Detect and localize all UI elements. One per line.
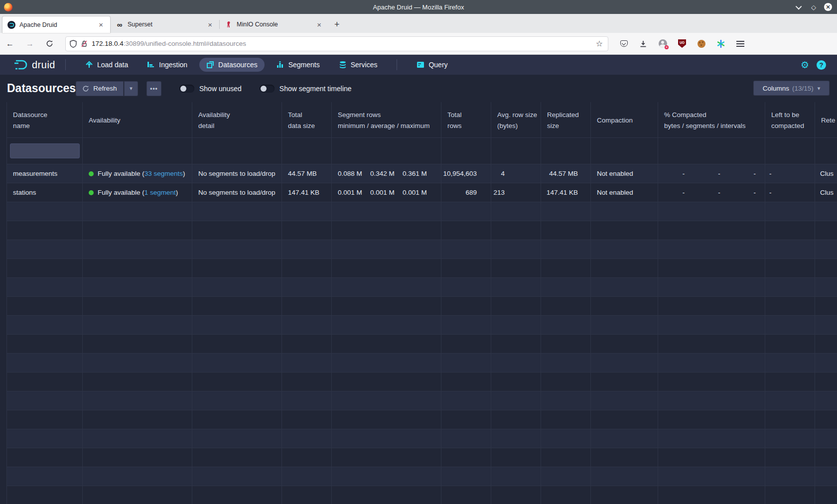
window-title: Apache Druid — Mozilla Firefox xyxy=(0,3,837,11)
left-to-compact-cell: - xyxy=(765,183,815,202)
nav-datasources[interactable]: Datasources xyxy=(199,58,265,72)
maximize-icon[interactable]: ◇ xyxy=(810,3,818,11)
col-header-total-data-size[interactable]: Totaldata size xyxy=(282,102,332,137)
columns-button[interactable]: Columns (13/15) ▾ xyxy=(753,81,830,96)
nav-ingestion[interactable]: Ingestion xyxy=(140,58,194,72)
cookie-icon[interactable] xyxy=(697,39,706,48)
ublock-origin-icon[interactable]: UO xyxy=(678,39,687,48)
show-unused-label: Show unused xyxy=(199,85,242,93)
back-icon[interactable]: ← xyxy=(0,39,20,48)
empty-row xyxy=(7,354,837,373)
menu-hamburger-icon[interactable] xyxy=(736,39,745,48)
page-title: Datasources xyxy=(7,82,76,95)
col-header-compaction[interactable]: Compaction xyxy=(591,102,658,137)
ingestion-icon xyxy=(147,61,155,69)
pct-compacted-cell: --- xyxy=(658,183,765,202)
table-header-row: Datasourcename Availability Availability… xyxy=(7,102,837,138)
segments-link[interactable]: 33 segments xyxy=(144,170,183,177)
datasource-name-cell[interactable]: stations xyxy=(7,183,83,202)
tab-apache-druid[interactable]: Apache Druid × xyxy=(2,16,111,33)
col-header-left-to-be-compacted[interactable]: Left to becompacted xyxy=(765,102,815,137)
segment-rows-cell: 0.088 M0.342 M0.361 M xyxy=(332,164,441,183)
browser-toolbar: ← → 172.18.0.4:30899/unified-console.htm… xyxy=(0,33,837,55)
tab-superset[interactable]: ∞ Superset × xyxy=(111,16,219,33)
nav-load-data[interactable]: Load data xyxy=(78,58,135,72)
col-header-segment-rows[interactable]: Segment rowsminimum / average / maximum xyxy=(332,102,441,137)
fully-available-dot-icon xyxy=(89,171,94,176)
empty-row xyxy=(7,278,837,297)
col-header-availability[interactable]: Availability xyxy=(83,102,192,137)
total-data-size-cell: 44.57 MB xyxy=(282,164,332,183)
col-header-pct-compacted[interactable]: % Compactedbytes / segments / intervals xyxy=(658,102,765,137)
segments-link[interactable]: 1 segment xyxy=(144,189,176,196)
tab-minio-console[interactable]: MinIO Console × xyxy=(220,16,328,33)
query-icon xyxy=(417,61,424,69)
close-tab-icon[interactable]: × xyxy=(315,20,323,29)
compaction-cell: Not enabled xyxy=(591,183,658,202)
minio-favicon-icon xyxy=(225,20,233,28)
pct-compacted-cell: --- xyxy=(658,164,765,183)
help-icon[interactable]: ? xyxy=(817,60,826,70)
lock-disabled-icon[interactable] xyxy=(81,40,88,48)
left-to-compact-cell: - xyxy=(765,164,815,183)
total-data-size-cell: 147.41 KB xyxy=(282,183,332,202)
compaction-cell: Not enabled xyxy=(591,164,658,183)
table-filter-row xyxy=(7,138,837,164)
minimize-icon[interactable] xyxy=(795,3,803,11)
show-segment-timeline-toggle[interactable] xyxy=(260,85,275,93)
col-header-datasource-name[interactable]: Datasourcename xyxy=(7,102,83,137)
col-header-total-rows[interactable]: Totalrows xyxy=(441,102,491,137)
avg-row-size-cell: 4 xyxy=(491,164,541,183)
account-disabled-icon[interactable]: ✕ xyxy=(658,39,667,48)
more-actions-button[interactable]: ••• xyxy=(146,81,161,96)
availability-cell: Fully available (1 segment) xyxy=(83,183,192,202)
nav-query[interactable]: Query xyxy=(410,58,454,72)
new-tab-button[interactable]: + xyxy=(328,19,346,33)
empty-row xyxy=(7,335,837,354)
downloads-icon[interactable] xyxy=(639,39,648,48)
replicated-size-cell: 147.41 KB xyxy=(541,183,591,202)
datasource-filter-input[interactable] xyxy=(10,143,80,158)
forward-icon[interactable]: → xyxy=(20,39,40,48)
retention-cell[interactable]: Clus xyxy=(815,164,837,183)
pocket-icon[interactable] xyxy=(619,39,628,48)
extension-sparkle-icon[interactable] xyxy=(716,39,725,48)
col-header-availability-detail[interactable]: Availabilitydetail xyxy=(192,102,282,137)
show-segment-timeline-label: Show segment timeline xyxy=(279,85,352,93)
close-tab-icon[interactable]: × xyxy=(97,20,105,29)
show-unused-toggle[interactable] xyxy=(179,85,194,93)
availability-cell: Fully available (33 segments) xyxy=(83,164,192,183)
url-input[interactable]: 172.18.0.4:30899/unified-console.html#da… xyxy=(65,36,608,51)
empty-row xyxy=(7,221,837,240)
retention-cell[interactable]: Clus xyxy=(815,183,837,202)
empty-row xyxy=(7,297,837,316)
datasource-name-cell[interactable]: measurements xyxy=(7,164,83,183)
tab-strip: Apache Druid × ∞ Superset × MinIO Consol… xyxy=(0,14,837,33)
datasources-table: Datasourcename Availability Availability… xyxy=(0,102,837,504)
settings-gear-icon[interactable]: ⚙ xyxy=(801,59,809,71)
total-rows-cell: 689 xyxy=(441,183,491,202)
table-row[interactable]: stations Fully available (1 segment) No … xyxy=(7,183,837,202)
empty-row xyxy=(7,259,837,278)
datasources-view: Datasources Refresh ▾ ••• Show unused Sh… xyxy=(0,75,837,504)
segment-rows-cell: 0.001 M0.001 M0.001 M xyxy=(332,183,441,202)
empty-row xyxy=(7,202,837,221)
availability-detail-cell: No segments to load/drop xyxy=(192,183,282,202)
load-data-icon xyxy=(85,61,93,69)
col-header-avg-row-size[interactable]: Avg. row size(bytes) xyxy=(491,102,541,137)
nav-services[interactable]: Services xyxy=(332,58,385,72)
col-header-replicated-size[interactable]: Replicatedsize xyxy=(541,102,591,137)
close-window-icon[interactable]: ✕ xyxy=(824,3,832,11)
close-tab-icon[interactable]: × xyxy=(206,20,214,29)
bookmark-star-icon[interactable]: ☆ xyxy=(595,39,604,48)
col-header-retention[interactable]: Rete xyxy=(815,102,837,137)
refresh-button[interactable]: Refresh xyxy=(76,81,124,96)
empty-row xyxy=(7,448,837,467)
shield-icon[interactable] xyxy=(70,40,77,48)
nav-segments[interactable]: Segments xyxy=(270,58,327,72)
table-row[interactable]: measurements Fully available (33 segment… xyxy=(7,164,837,183)
reload-icon[interactable] xyxy=(40,40,59,47)
refresh-dropdown-button[interactable]: ▾ xyxy=(124,81,138,96)
druid-logo[interactable]: druid xyxy=(13,59,55,71)
services-icon xyxy=(339,61,347,69)
